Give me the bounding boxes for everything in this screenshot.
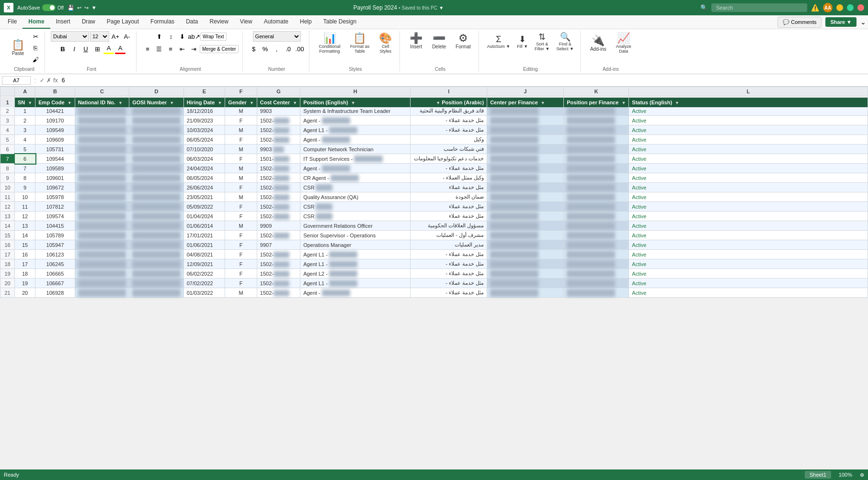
cell-status-3[interactable]: Active: [629, 116, 868, 125]
cell-natid-16[interactable]: REDACTED: [75, 240, 129, 250]
col-K-header[interactable]: K: [564, 87, 629, 96]
cell-natid-3[interactable]: REDACTED: [75, 116, 129, 125]
cell-pos-ar-12[interactable]: مثل خدمة عملاء: [411, 202, 487, 212]
undo-icon[interactable]: ↩: [77, 5, 81, 11]
cell-natid-12[interactable]: REDACTED: [75, 202, 129, 212]
tab-table-design[interactable]: Table Design: [318, 15, 362, 29]
cell-cpf-8[interactable]: REDACTED: [487, 164, 564, 173]
cell-cost-17[interactable]: 1502-XX: [257, 250, 300, 259]
cell-emp-21[interactable]: 106928: [35, 288, 75, 298]
cell-pos-ar-10[interactable]: مثل خدمة عملاء: [411, 183, 487, 192]
cell-pos-en-19[interactable]: Agent L2 - XXXX: [300, 269, 411, 279]
cell-gender-3[interactable]: F: [225, 116, 257, 125]
border-button[interactable]: ⊞: [92, 44, 103, 54]
notification-icon[interactable]: ⚠️: [811, 4, 819, 11]
filter-cpf[interactable]: ▼: [541, 100, 545, 105]
filter-ppf[interactable]: ▼: [621, 100, 626, 105]
cell-ppf-18[interactable]: REDACTED: [564, 259, 629, 269]
cell-gosi-15[interactable]: REDACTED: [129, 231, 184, 240]
cell-ppf-4[interactable]: REDACTED: [564, 125, 629, 135]
conditional-formatting-button[interactable]: 📊 ConditionalFormatting: [315, 31, 344, 56]
cell-gender-13[interactable]: F: [225, 212, 257, 221]
cell-emp-5[interactable]: 109609: [35, 135, 75, 145]
cell-emp-6[interactable]: 105731: [35, 145, 75, 154]
cell-gender-11[interactable]: M: [225, 192, 257, 202]
cell-status-15[interactable]: Active: [629, 231, 868, 240]
cell-status-13[interactable]: Active: [629, 212, 868, 221]
cell-emp-16[interactable]: 105947: [35, 240, 75, 250]
cell-cost-19[interactable]: 1502-XX: [257, 269, 300, 279]
tab-view[interactable]: View: [234, 15, 258, 29]
align-middle-button[interactable]: ↕: [166, 31, 176, 42]
header-sn[interactable]: SN ▼: [15, 97, 35, 107]
cell-sn-16[interactable]: 15: [15, 240, 35, 250]
cell-pos-ar-5[interactable]: وكيل: [411, 135, 487, 145]
filter-pos-ar[interactable]: ▼: [436, 100, 440, 105]
cell-ppf-11[interactable]: REDACTED: [564, 192, 629, 202]
minimize-button[interactable]: [836, 4, 843, 11]
cell-gosi-20[interactable]: REDACTED: [129, 279, 184, 288]
cell-ppf-16[interactable]: REDACTED: [564, 240, 629, 250]
cell-ppf-21[interactable]: REDACTED: [564, 288, 629, 298]
cell-cpf-19[interactable]: REDACTED: [487, 269, 564, 279]
cell-natid-17[interactable]: REDACTED: [75, 250, 129, 259]
cell-cost-10[interactable]: 1502-XX: [257, 183, 300, 192]
increase-font-button[interactable]: A+: [110, 31, 121, 42]
cell-status-16[interactable]: Active: [629, 240, 868, 250]
cell-gender-18[interactable]: F: [225, 259, 257, 269]
cell-cost-9[interactable]: 1502-XX: [257, 173, 300, 183]
cell-gosi-10[interactable]: REDACTED: [129, 183, 184, 192]
align-right-button[interactable]: ≡: [165, 44, 176, 54]
cell-sn-6[interactable]: 5: [15, 145, 35, 154]
cell-cost-18[interactable]: 1502-XX: [257, 259, 300, 269]
cell-emp-3[interactable]: 109170: [35, 116, 75, 125]
col-J-header[interactable]: J: [487, 87, 564, 96]
cell-pos-ar-4[interactable]: مثل خدمة عملاء -: [411, 125, 487, 135]
cell-pos-ar-7[interactable]: خدمات دعم تكنولوجيا المعلومات: [411, 154, 487, 164]
cell-cpf-2[interactable]: REDACTED: [487, 106, 564, 116]
cell-gender-17[interactable]: F: [225, 250, 257, 259]
cell-gosi-6[interactable]: REDACTED: [129, 145, 184, 154]
cell-emp-13[interactable]: 109574: [35, 212, 75, 221]
cell-status-14[interactable]: Active: [629, 221, 868, 231]
cell-cost-7[interactable]: 1501-XX: [257, 154, 300, 164]
merge-center-button[interactable]: Merge & Center: [200, 45, 239, 53]
cell-sn-10[interactable]: 9: [15, 183, 35, 192]
cell-cpf-5[interactable]: REDACTED: [487, 135, 564, 145]
cell-date-2[interactable]: 18/12/2016: [183, 106, 225, 116]
cell-ppf-8[interactable]: REDACTED: [564, 164, 629, 173]
cell-pos-en-17[interactable]: Agent L1 - XXXX: [300, 250, 411, 259]
filter-pos-en[interactable]: ▼: [351, 100, 355, 105]
cell-natid-14[interactable]: REDACTED: [75, 221, 129, 231]
cell-cost-4[interactable]: 1502-XX: [257, 125, 300, 135]
insert-cells-button[interactable]: ➕ Insert: [406, 31, 426, 51]
cell-cost-12[interactable]: 1502-XX: [257, 202, 300, 212]
cell-cpf-11[interactable]: REDACTED: [487, 192, 564, 202]
cell-emp-8[interactable]: 109589: [35, 164, 75, 173]
cell-gosi-14[interactable]: REDACTED: [129, 221, 184, 231]
autosum-button[interactable]: Σ AutoSum ▼: [485, 33, 513, 50]
cell-pos-ar-20[interactable]: مثل خدمة عملاء -: [411, 279, 487, 288]
cell-emp-15[interactable]: 105789: [35, 231, 75, 240]
cell-cost-5[interactable]: 1502-XX: [257, 135, 300, 145]
cell-pos-ar-13[interactable]: مثل خدمة عملاء: [411, 212, 487, 221]
align-top-button[interactable]: ⬆: [154, 31, 165, 42]
cell-date-18[interactable]: 12/09/2021: [183, 259, 225, 269]
header-pos-en[interactable]: Position (English) ▼: [300, 97, 411, 107]
tab-home[interactable]: Home: [23, 15, 50, 29]
cell-ppf-2[interactable]: REDACTED: [564, 106, 629, 116]
cell-cpf-4[interactable]: REDACTED: [487, 125, 564, 135]
cell-gosi-3[interactable]: REDACTED: [129, 116, 184, 125]
cell-date-20[interactable]: 07/02/2022: [183, 279, 225, 288]
decrease-decimal-button[interactable]: .0: [283, 44, 294, 54]
cell-gender-9[interactable]: M: [225, 173, 257, 183]
increase-decimal-button[interactable]: .00: [295, 44, 305, 54]
cell-natid-6[interactable]: REDACTED: [75, 145, 129, 154]
cell-ppf-12[interactable]: REDACTED: [564, 202, 629, 212]
cell-gender-4[interactable]: M: [225, 125, 257, 135]
cell-emp-4[interactable]: 109549: [35, 125, 75, 135]
filter-sn[interactable]: ▼: [28, 100, 32, 105]
maximize-button[interactable]: [847, 4, 854, 11]
tab-insert[interactable]: Insert: [50, 15, 76, 29]
header-national-id[interactable]: National ID No. ▼: [75, 97, 129, 107]
